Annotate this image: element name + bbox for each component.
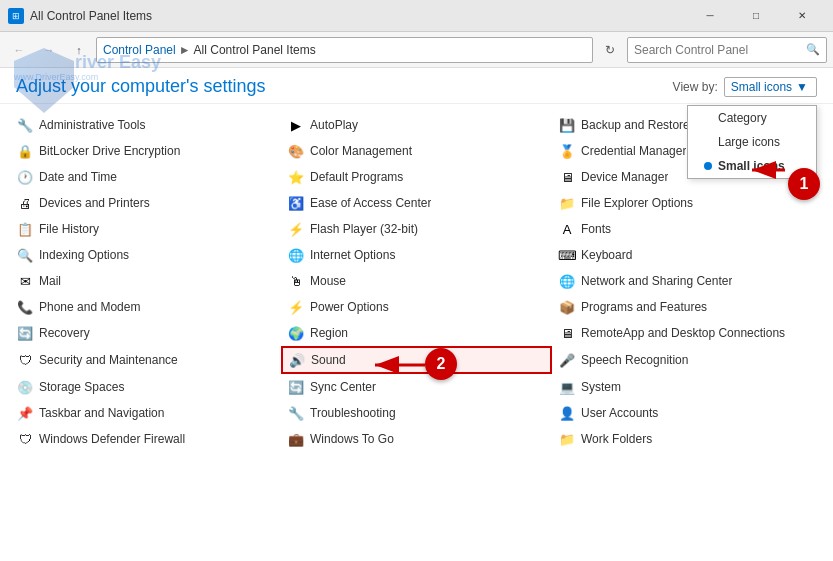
cp-item-region[interactable]: 🌍Region xyxy=(281,320,552,346)
breadcrumb-current: All Control Panel Items xyxy=(194,43,316,57)
cp-item-icon: 🔧 xyxy=(288,405,304,421)
cp-item-default-programs[interactable]: ⭐Default Programs xyxy=(281,164,552,190)
breadcrumb: Control Panel ► All Control Panel Items xyxy=(96,37,593,63)
cp-item-icon: 📞 xyxy=(17,299,33,315)
cp-item-bitlocker-drive-encryption[interactable]: 🔒BitLocker Drive Encryption xyxy=(10,138,281,164)
cp-item-icon: 🖨 xyxy=(17,195,33,211)
cp-item-speech-recognition[interactable]: 🎤Speech Recognition xyxy=(552,346,823,374)
cp-item-date-and-time[interactable]: 🕐Date and Time xyxy=(10,164,281,190)
titlebar: ⊞ All Control Panel Items ─ □ ✕ xyxy=(0,0,833,32)
no-dot2 xyxy=(704,135,712,149)
cp-item-storage-spaces[interactable]: 💿Storage Spaces xyxy=(10,374,281,400)
cp-item-icon: 📋 xyxy=(17,221,33,237)
cp-item-label: Sound xyxy=(311,353,346,367)
cp-item-label: Work Folders xyxy=(581,432,652,446)
cp-item-icon: 🔄 xyxy=(288,379,304,395)
cp-item-windows-to-go[interactable]: 💼Windows To Go xyxy=(281,426,552,452)
selected-dot xyxy=(704,162,712,170)
cp-item-troubleshooting[interactable]: 🔧Troubleshooting xyxy=(281,400,552,426)
cp-item-icon: 💻 xyxy=(559,379,575,395)
cp-item-devices-and-printers[interactable]: 🖨Devices and Printers xyxy=(10,190,281,216)
cp-item-label: AutoPlay xyxy=(310,118,358,132)
cp-item-icon: 🖥 xyxy=(559,169,575,185)
cp-item-label: Date and Time xyxy=(39,170,117,184)
close-button[interactable]: ✕ xyxy=(779,0,825,32)
cp-item-icon: 🖥 xyxy=(559,325,575,341)
back-button[interactable]: ← xyxy=(6,37,32,63)
cp-item-autoplay[interactable]: ▶AutoPlay xyxy=(281,112,552,138)
cp-item-label: Programs and Features xyxy=(581,300,707,314)
cp-item-icon: 🎤 xyxy=(559,352,575,368)
cp-item-icon: 👤 xyxy=(559,405,575,421)
cp-item-label: Storage Spaces xyxy=(39,380,124,394)
cp-item-sync-center[interactable]: 🔄Sync Center xyxy=(281,374,552,400)
viewby-option-category[interactable]: Category xyxy=(688,106,816,130)
cp-item-icon: 🖱 xyxy=(288,273,304,289)
cp-item-label: Default Programs xyxy=(310,170,403,184)
cp-item-ease-of-access-center[interactable]: ♿Ease of Access Center xyxy=(281,190,552,216)
cp-item-label: User Accounts xyxy=(581,406,658,420)
cp-item-windows-defender-firewall[interactable]: 🛡Windows Defender Firewall xyxy=(10,426,281,452)
viewby-label: View by: xyxy=(673,80,718,94)
cp-item-fonts[interactable]: AFonts xyxy=(552,216,823,242)
cp-item-taskbar-and-navigation[interactable]: 📌Taskbar and Navigation xyxy=(10,400,281,426)
window: ⊞ All Control Panel Items ─ □ ✕ ← → ↑ Co… xyxy=(0,0,833,561)
cp-item-icon: 🕐 xyxy=(17,169,33,185)
cp-item-icon: 💼 xyxy=(288,431,304,447)
cp-item-icon: 🏅 xyxy=(559,143,575,159)
cp-item-administrative-tools[interactable]: 🔧Administrative Tools xyxy=(10,112,281,138)
forward-button[interactable]: → xyxy=(36,37,62,63)
cp-item-mail[interactable]: ✉Mail xyxy=(10,268,281,294)
cp-item-indexing-options[interactable]: 🔍Indexing Options xyxy=(10,242,281,268)
cp-item-label: System xyxy=(581,380,621,394)
cp-item-icon: 💿 xyxy=(17,379,33,395)
cp-item-label: Region xyxy=(310,326,348,340)
minimize-button[interactable]: ─ xyxy=(687,0,733,32)
cp-item-icon: 🛡 xyxy=(17,431,33,447)
cp-item-remoteapp-and-desktop-connections[interactable]: 🖥RemoteApp and Desktop Connections xyxy=(552,320,823,346)
cp-item-icon: 🔊 xyxy=(289,352,305,368)
cp-item-user-accounts[interactable]: 👤User Accounts xyxy=(552,400,823,426)
window-controls: ─ □ ✕ xyxy=(687,0,825,32)
cp-item-label: Taskbar and Navigation xyxy=(39,406,164,420)
cp-item-sound[interactable]: 🔊Sound xyxy=(281,346,552,374)
cp-item-label: BitLocker Drive Encryption xyxy=(39,144,180,158)
viewby-dropdown[interactable]: Small icons ▼ xyxy=(724,77,817,97)
cp-item-file-history[interactable]: 📋File History xyxy=(10,216,281,242)
cp-item-system[interactable]: 💻System xyxy=(552,374,823,400)
viewby-option-small[interactable]: Small icons xyxy=(688,154,816,178)
main-content: Adjust your computer's settings View by:… xyxy=(0,68,833,561)
cp-item-recovery[interactable]: 🔄Recovery xyxy=(10,320,281,346)
viewby-area: View by: Small icons ▼ Category Large ic… xyxy=(673,77,817,97)
cp-item-internet-options[interactable]: 🌐Internet Options xyxy=(281,242,552,268)
cp-item-mouse[interactable]: 🖱Mouse xyxy=(281,268,552,294)
cp-item-icon: ♿ xyxy=(288,195,304,211)
cp-item-label: Color Management xyxy=(310,144,412,158)
cp-item-icon: 🔄 xyxy=(17,325,33,341)
cp-item-color-management[interactable]: 🎨Color Management xyxy=(281,138,552,164)
cp-item-flash-player-(32-bit)[interactable]: ⚡Flash Player (32-bit) xyxy=(281,216,552,242)
cp-item-label: Troubleshooting xyxy=(310,406,396,420)
maximize-button[interactable]: □ xyxy=(733,0,779,32)
dropdown-arrow-icon: ▼ xyxy=(796,80,808,94)
cp-item-label: Mouse xyxy=(310,274,346,288)
cp-item-label: Devices and Printers xyxy=(39,196,150,210)
cp-item-power-options[interactable]: ⚡Power Options xyxy=(281,294,552,320)
viewby-small-label: Small icons xyxy=(718,159,785,173)
logo-text: river Easy xyxy=(75,52,161,73)
cp-item-network-and-sharing-center[interactable]: 🌐Network and Sharing Center xyxy=(552,268,823,294)
cp-item-file-explorer-options[interactable]: 📁File Explorer Options xyxy=(552,190,823,216)
refresh-button[interactable]: ↻ xyxy=(597,37,623,63)
viewby-option-large[interactable]: Large icons xyxy=(688,130,816,154)
cp-item-keyboard[interactable]: ⌨Keyboard xyxy=(552,242,823,268)
cp-item-label: Security and Maintenance xyxy=(39,353,178,367)
cp-item-label: Phone and Modem xyxy=(39,300,140,314)
cp-item-work-folders[interactable]: 📁Work Folders xyxy=(552,426,823,452)
cp-item-icon: 🛡 xyxy=(17,352,33,368)
search-input[interactable] xyxy=(634,43,802,57)
cp-item-label: File Explorer Options xyxy=(581,196,693,210)
cp-item-security-and-maintenance[interactable]: 🛡Security and Maintenance xyxy=(10,346,281,374)
cp-item-programs-and-features[interactable]: 📦Programs and Features xyxy=(552,294,823,320)
search-icon: 🔍 xyxy=(806,43,820,56)
cp-item-phone-and-modem[interactable]: 📞Phone and Modem xyxy=(10,294,281,320)
